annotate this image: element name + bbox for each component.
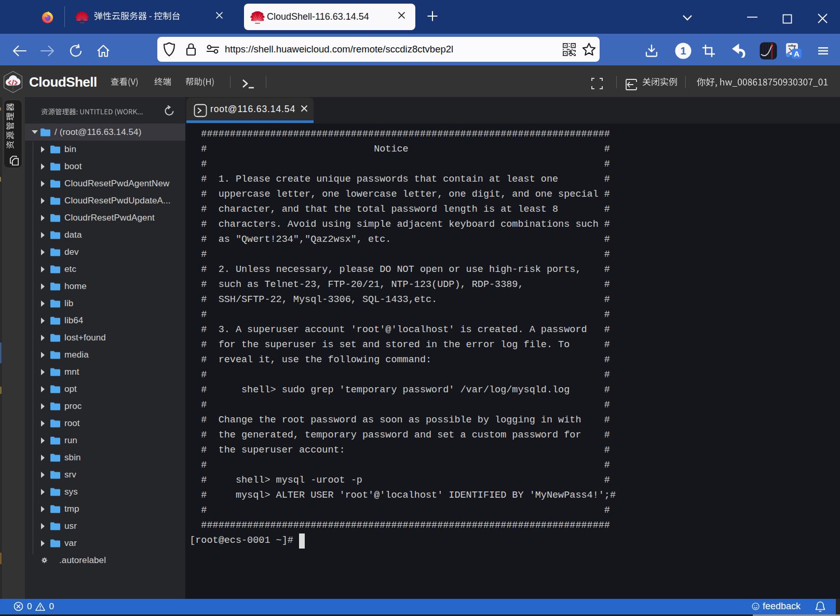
svg-text:A: A xyxy=(794,49,800,58)
svg-text:1: 1 xyxy=(680,45,686,56)
